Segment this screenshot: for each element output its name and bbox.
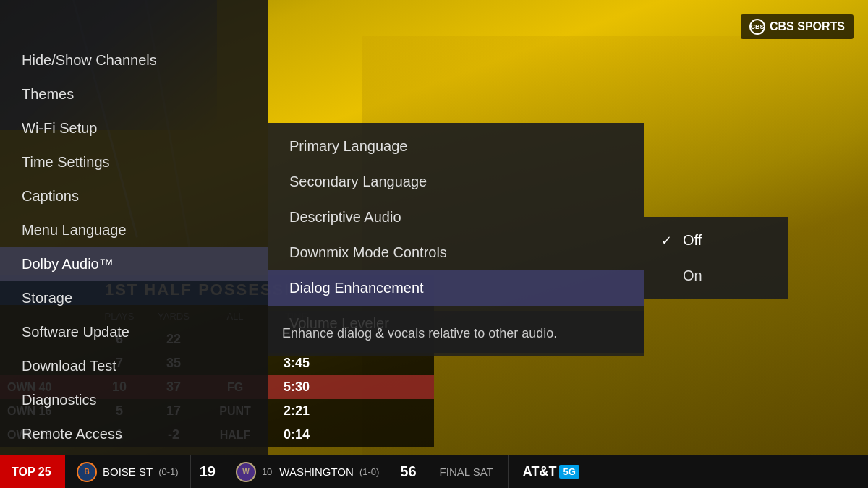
ticker-team-boise: B BOISE ST (0-1)	[65, 455, 191, 488]
menu-item-hide-show-channels[interactable]: Hide/Show Channels	[0, 43, 268, 77]
boise-st-name: BOISE ST	[103, 466, 153, 478]
menu-item-themes[interactable]: Themes	[0, 77, 268, 111]
submenu-item-primary-language[interactable]: Primary Language	[268, 129, 644, 164]
boise-st-logo: B	[77, 462, 97, 482]
empty-check	[661, 268, 676, 283]
menu-item-captions[interactable]: Captions	[0, 179, 268, 213]
menu-item-dolby-audio[interactable]: Dolby Audio™	[0, 247, 268, 281]
row4-time: 2:21	[268, 399, 326, 423]
att-5g-badge: 5G	[559, 465, 579, 479]
washington-name: WASHINGTON	[279, 466, 354, 478]
menu-item-remote-access[interactable]: Remote Access	[0, 417, 268, 451]
cbs-sports-logo: CBS CBS SPORTS	[741, 14, 854, 39]
boise-st-record: (0-1)	[158, 466, 178, 477]
checkmark-icon: ✓	[661, 233, 676, 249]
tooltip-panel: Enhance dialog & vocals relative to othe…	[268, 311, 644, 356]
ticker-team-washington: W 10 WASHINGTON (1-0)	[224, 455, 391, 488]
tooltip-text: Enhance dialog & vocals relative to othe…	[282, 324, 629, 343]
menu-item-time-settings[interactable]: Time Settings	[0, 145, 268, 179]
third-item-off[interactable]: ✓ Off	[644, 223, 788, 258]
submenu-item-downmix-mode-controls[interactable]: Downmix Mode Controls	[268, 235, 644, 270]
ticker-final-status: FINAL SAT	[425, 455, 509, 488]
cbs-sports-text: CBS SPORTS	[770, 20, 845, 33]
third-item-on[interactable]: On	[644, 258, 788, 294]
menu-item-download-test[interactable]: Download Test	[0, 349, 268, 383]
submenu-item-descriptive-audio[interactable]: Descriptive Audio	[268, 200, 644, 235]
third-level-panel: ✓ Off On	[644, 217, 788, 299]
top25-label: TOP 25	[0, 455, 65, 488]
row5-time: 0:14	[268, 423, 326, 447]
team2-score: 56	[391, 463, 425, 480]
cbs-circle-icon: CBS	[749, 19, 765, 35]
row3-time: 5:30	[268, 375, 326, 399]
menu-item-wifi-setup[interactable]: Wi-Fi Setup	[0, 111, 268, 145]
team1-score: 19	[191, 463, 224, 480]
washington-record: (1-0)	[359, 466, 379, 477]
menu-item-software-update[interactable]: Software Update	[0, 315, 268, 349]
washington-rank: 10	[262, 466, 272, 477]
bottom-ticker: TOP 25 B BOISE ST (0-1) 19 W 10 WASHINGT…	[0, 455, 868, 488]
washington-logo: W	[236, 462, 256, 482]
submenu-item-dialog-enhancement[interactable]: Dialog Enhancement	[268, 270, 644, 306]
att-sponsor: AT&T 5G	[509, 464, 594, 479]
menu-item-diagnostics[interactable]: Diagnostics	[0, 383, 268, 417]
third-level-list: ✓ Off On	[644, 217, 788, 299]
menu-item-storage[interactable]: Storage	[0, 281, 268, 315]
main-menu-panel: Hide/Show Channels Themes Wi-Fi Setup Ti…	[0, 0, 268, 455]
main-menu-list: Hide/Show Channels Themes Wi-Fi Setup Ti…	[0, 0, 268, 488]
submenu-item-secondary-language[interactable]: Secondary Language	[268, 164, 644, 200]
att-text: AT&T	[523, 464, 557, 479]
menu-item-menu-language[interactable]: Menu Language	[0, 213, 268, 247]
